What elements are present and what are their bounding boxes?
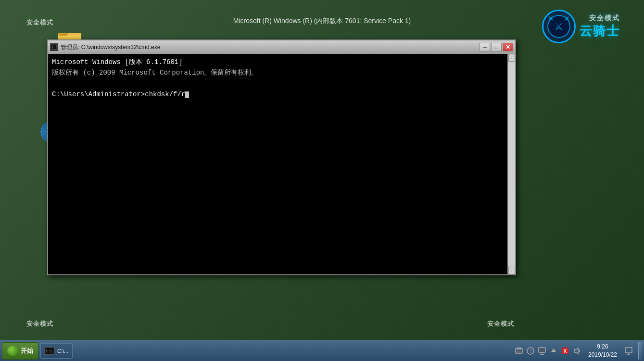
tray-security-icon[interactable]: X <box>560 346 570 356</box>
clock-date: 2019/10/22 <box>588 351 617 359</box>
taskbar-task-icon: C:\ <box>45 347 54 355</box>
tray-desktop-icon[interactable] <box>624 346 633 356</box>
svg-text:X: X <box>564 348 567 354</box>
cmd-window-icon: C:\ <box>50 43 58 51</box>
start-label: 开始 <box>21 347 33 355</box>
safe-mode-topleft: 安全模式 <box>26 18 53 27</box>
cmd-scrollbar[interactable]: ▲ ▼ <box>507 54 515 274</box>
cmd-line-1: Microsoft Windows [版本 6.1.7601] <box>52 57 502 67</box>
tray-arrow-icon[interactable] <box>549 346 558 356</box>
cmd-title-text: 管理员: C:\windows\system32\cmd.exe <box>61 43 477 52</box>
scrollbar-down-button[interactable]: ▼ <box>508 267 515 274</box>
cmd-line-3 <box>52 78 502 89</box>
cmd-titlebar: C:\ 管理员: C:\windows\system32\cmd.exe ─ □… <box>48 40 515 54</box>
start-orb-icon <box>7 346 18 356</box>
taskbar: 开始 C:\ C:\... <box>0 340 644 361</box>
svg-text:C:\: C:\ <box>52 45 57 49</box>
tray-sound-icon[interactable] <box>572 346 581 356</box>
svg-rect-21 <box>517 351 521 353</box>
cursor-blink <box>185 91 189 98</box>
taskbar-cmd-task[interactable]: C:\ C:\... <box>40 343 73 359</box>
safe-mode-bottomleft: 安全模式 <box>26 320 53 328</box>
svg-marker-28 <box>551 348 556 352</box>
svg-text:⚔: ⚔ <box>555 21 563 32</box>
clock-time: 9:26 <box>597 343 608 351</box>
scrollbar-up-button[interactable]: ▲ <box>508 54 515 62</box>
system-clock[interactable]: 9:26 2019/10/22 <box>583 343 622 359</box>
tray-fax-icon[interactable] <box>514 346 524 356</box>
svg-rect-9 <box>59 34 67 36</box>
cmd-line-4: C:\Users\Administrator>chkdsk/f/r <box>52 89 502 100</box>
start-button[interactable]: 开始 <box>2 342 38 360</box>
cmd-window: C:\ 管理员: C:\windows\system32\cmd.exe ─ □… <box>47 39 516 275</box>
svg-text:C:\: C:\ <box>46 349 52 353</box>
svg-rect-27 <box>540 349 544 351</box>
logo-area: ⚔ 安全模式 云骑士 <box>542 10 620 43</box>
svg-rect-32 <box>625 348 632 353</box>
cmd-restore-button[interactable]: □ <box>491 43 502 52</box>
svg-marker-31 <box>574 348 578 354</box>
cmd-window-controls: ─ □ ✕ <box>480 43 513 52</box>
logo-circle: ⚔ <box>542 10 576 43</box>
logo-brand-text: 安全模式 云骑士 <box>580 14 620 39</box>
system-tray: ? X <box>511 342 636 360</box>
cmd-minimize-button[interactable]: ─ <box>480 43 490 52</box>
cmd-content-area[interactable]: Microsoft Windows [版本 6.1.7601] 版权所有 (c)… <box>48 54 515 274</box>
tray-help-icon[interactable]: ? <box>526 346 535 356</box>
scrollbar-track <box>508 62 515 267</box>
safe-mode-bottomright: 安全模式 <box>487 320 514 328</box>
tray-network-icon[interactable] <box>537 346 547 356</box>
cmd-close-button[interactable]: ✕ <box>503 43 513 52</box>
show-desktop-button[interactable] <box>638 342 642 360</box>
cmd-text-area: Microsoft Windows [版本 6.1.7601] 版权所有 (c)… <box>52 57 511 100</box>
cmd-line-2: 版权所有 (c) 2009 Microsoft Corporation。保留所有… <box>52 67 502 78</box>
logo-icon: ⚔ <box>547 14 571 39</box>
desktop: 安全模式 安全模式 安全模式 Microsoft (R) Windows (R)… <box>0 0 644 361</box>
desktop-title: Microsoft (R) Windows (R) (内部版本 7601: Se… <box>233 17 411 26</box>
svg-text:?: ? <box>530 348 532 354</box>
taskbar-task-label: C:\... <box>57 348 68 354</box>
